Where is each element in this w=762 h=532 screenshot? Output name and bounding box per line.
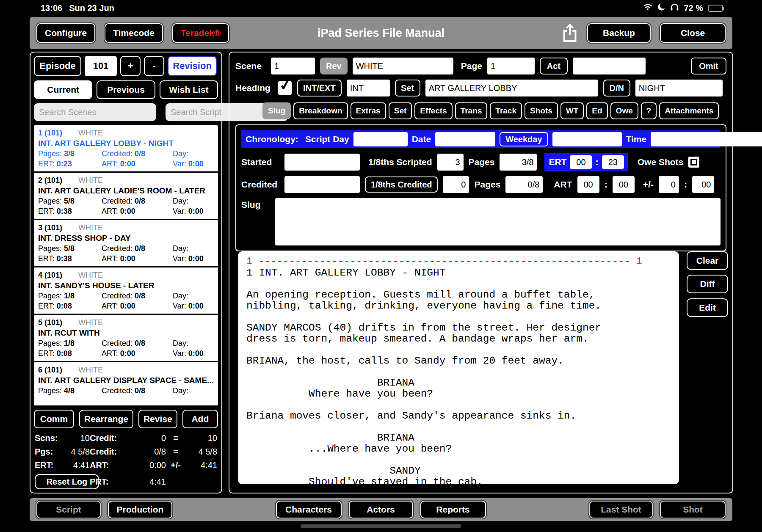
shot-button[interactable]: Shot bbox=[660, 501, 726, 518]
script-day-label: Script Day bbox=[305, 134, 349, 144]
episode-minus-button[interactable]: - bbox=[144, 56, 164, 76]
tab-track[interactable]: Track bbox=[490, 102, 522, 119]
credited-label: Credited: bbox=[102, 292, 133, 300]
owe-shots-checkbox[interactable] bbox=[688, 157, 699, 168]
ert-label: ERT: bbox=[38, 207, 55, 215]
production-mode-button[interactable]: Production bbox=[108, 501, 172, 518]
day-night-input[interactable] bbox=[635, 80, 723, 96]
day-night-button[interactable]: D/N bbox=[603, 80, 630, 96]
started-input[interactable] bbox=[284, 154, 360, 171]
scene-revision-color: WHITE bbox=[78, 365, 103, 375]
revision-color-input[interactable] bbox=[353, 58, 453, 74]
tab-extras[interactable]: Extras bbox=[351, 102, 386, 119]
art-hours-input[interactable] bbox=[577, 176, 599, 193]
comm-button[interactable]: Comm bbox=[34, 410, 74, 428]
ert-hours-input[interactable] bbox=[570, 155, 592, 169]
actors-button[interactable]: Actors bbox=[349, 501, 413, 518]
configure-button[interactable]: Configure bbox=[36, 23, 95, 43]
tab-shots[interactable]: Shots bbox=[525, 102, 558, 119]
eighths-scripted-input[interactable] bbox=[437, 154, 464, 171]
tab-effects[interactable]: Effects bbox=[414, 102, 452, 119]
scene-list-item-3[interactable]: 3 (101)WHITE INT. DRESS SHOP - DAY Pages… bbox=[34, 220, 218, 267]
tab-breakdown[interactable]: Breakdown bbox=[293, 102, 348, 119]
heading-checkbox[interactable]: ✓ bbox=[278, 81, 292, 95]
teradek-button[interactable]: Teradek® bbox=[172, 23, 229, 43]
search-scenes-input[interactable] bbox=[34, 103, 156, 121]
revise-button[interactable]: Revise bbox=[138, 410, 177, 428]
clear-button[interactable]: Clear bbox=[687, 251, 728, 270]
add-button[interactable]: Add bbox=[182, 410, 218, 428]
reports-button[interactable]: Reports bbox=[420, 501, 486, 518]
revision-button[interactable]: Revision bbox=[168, 56, 217, 76]
variance-minutes-input[interactable] bbox=[692, 176, 714, 193]
episode-panel: Episode + - Revision Current Previous Wi… bbox=[30, 52, 222, 493]
scene-list-item-4[interactable]: 4 (101)WHITE INT. SANDY'S HOUSE - LATER … bbox=[34, 267, 218, 315]
backup-button[interactable]: Backup bbox=[587, 23, 651, 43]
battery-icon bbox=[708, 5, 723, 12]
ert-minutes-input[interactable] bbox=[602, 155, 624, 169]
tab-wt[interactable]: WT bbox=[560, 102, 584, 119]
pages-scripted-input[interactable] bbox=[500, 154, 537, 171]
weekday-input[interactable] bbox=[552, 132, 622, 146]
set-button[interactable]: Set bbox=[395, 80, 420, 96]
equals-sign: = bbox=[166, 433, 185, 443]
int-ext-button[interactable]: INT/EXT bbox=[297, 80, 342, 96]
episode-button[interactable]: Episode bbox=[34, 56, 81, 76]
scene-list-item-1[interactable]: 1 (101)WHITE INT. ART GALLERY LOBBY - NI… bbox=[34, 125, 218, 173]
pages-label: Pages: bbox=[38, 149, 62, 158]
tab-owe[interactable]: Owe bbox=[610, 102, 638, 119]
set-input[interactable] bbox=[425, 80, 598, 96]
var-value: 0:00 bbox=[188, 302, 204, 310]
tab-set[interactable]: Set bbox=[389, 102, 412, 119]
script-mode-button[interactable]: Script bbox=[36, 501, 101, 518]
tab-previous[interactable]: Previous bbox=[97, 80, 155, 99]
tab-current[interactable]: Current bbox=[34, 80, 92, 99]
scene-list-item-6[interactable]: 6 (101)WHITE INT. ART GALLERY DISPLAY SP… bbox=[34, 362, 218, 405]
diff-button[interactable]: Diff bbox=[687, 275, 728, 293]
plus-minus-label: +/- bbox=[643, 179, 654, 190]
tab-wish-list[interactable]: Wish List bbox=[160, 80, 218, 99]
last-shot-button[interactable]: Last Shot bbox=[589, 501, 653, 518]
page-number-input[interactable] bbox=[487, 58, 535, 74]
episode-plus-button[interactable]: + bbox=[120, 56, 141, 76]
home-indicator[interactable] bbox=[301, 524, 461, 528]
credited-input[interactable] bbox=[284, 176, 360, 193]
tab-slug[interactable]: Slug bbox=[262, 102, 291, 119]
var-value: 0:00 bbox=[188, 349, 204, 358]
share-icon[interactable] bbox=[562, 23, 578, 43]
tab-attachments[interactable]: Attachments bbox=[659, 102, 719, 119]
eighths-credited-input[interactable] bbox=[443, 176, 469, 193]
time-input[interactable] bbox=[651, 132, 762, 146]
int-ext-input[interactable] bbox=[347, 80, 390, 96]
script-preview[interactable]: 1 --------------------------------------… bbox=[238, 251, 679, 484]
tab-question[interactable]: ? bbox=[641, 102, 657, 119]
tab-ed[interactable]: Ed bbox=[586, 102, 607, 119]
close-button[interactable]: Close bbox=[660, 23, 726, 43]
script-day-input[interactable] bbox=[353, 132, 408, 146]
timecode-button[interactable]: Timecode bbox=[105, 23, 163, 43]
weekday-button[interactable]: Weekday bbox=[500, 132, 548, 146]
rearrange-button[interactable]: Rearrange bbox=[79, 410, 133, 428]
scene-number-input[interactable] bbox=[271, 58, 315, 74]
date-input[interactable] bbox=[435, 132, 495, 146]
ert-total-label: ERT: bbox=[35, 460, 63, 470]
slug-textarea[interactable] bbox=[275, 198, 721, 245]
variance-hours-input[interactable] bbox=[659, 176, 679, 193]
edit-button[interactable]: Edit bbox=[687, 298, 728, 317]
art-minutes-input[interactable] bbox=[613, 176, 635, 193]
rev-button[interactable]: Rev bbox=[320, 58, 348, 74]
scene-list-item-2[interactable]: 2 (101)WHITE INT. ART GALLERY LADIE'S RO… bbox=[34, 173, 218, 220]
scene-list-item-5[interactable]: 5 (101)WHITE INT. RCUT WITH Pages: 1/8Cr… bbox=[34, 315, 218, 362]
eighths-credited-button[interactable]: 1/8ths Credited bbox=[365, 176, 438, 193]
act-button[interactable]: Act bbox=[540, 58, 568, 74]
characters-button[interactable]: Characters bbox=[276, 501, 342, 518]
tab-trans[interactable]: Trans bbox=[455, 102, 488, 119]
var-value: 0:00 bbox=[188, 207, 204, 215]
day-label: Day: bbox=[173, 291, 214, 301]
omit-button[interactable]: Omit bbox=[691, 58, 726, 74]
pgs-value: 4 5/8 bbox=[63, 447, 90, 457]
pages-label: Pages: bbox=[38, 244, 62, 253]
pages-credited-input[interactable] bbox=[505, 176, 543, 193]
act-input[interactable] bbox=[573, 58, 646, 74]
episode-number-input[interactable] bbox=[85, 56, 117, 76]
